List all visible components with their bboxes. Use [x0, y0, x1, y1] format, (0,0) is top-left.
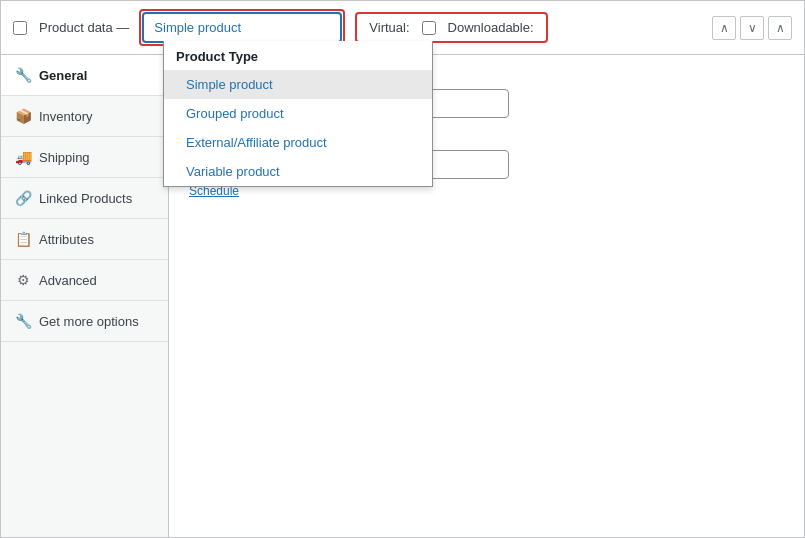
sidebar-item-inventory[interactable]: 📦 Inventory	[1, 96, 168, 137]
sidebar-item-inventory-label: Inventory	[39, 109, 92, 124]
inventory-icon: 📦	[15, 108, 31, 124]
sidebar-item-attributes-label: Attributes	[39, 232, 94, 247]
shipping-icon: 🚚	[15, 149, 31, 165]
dropdown-header: Product Type	[164, 41, 432, 70]
sidebar-item-linked-products-label: Linked Products	[39, 191, 132, 206]
attributes-icon: 📋	[15, 231, 31, 247]
product-type-select[interactable]: Simple product Grouped product External/…	[142, 12, 342, 43]
sidebar-item-advanced[interactable]: ⚙ Advanced	[1, 260, 168, 301]
virtual-checkbox[interactable]	[422, 21, 436, 35]
sidebar: 🔧 General 📦 Inventory 🚚 Shipping 🔗 Linke…	[1, 55, 169, 538]
header-actions: ∧ ∨ ∧	[712, 16, 792, 40]
virtual-label: Virtual:	[369, 20, 409, 35]
sidebar-item-general[interactable]: 🔧 General	[1, 55, 168, 96]
sidebar-item-advanced-label: Advanced	[39, 273, 97, 288]
scroll-down-button[interactable]: ∨	[740, 16, 764, 40]
sidebar-item-attributes[interactable]: 📋 Attributes	[1, 219, 168, 260]
product-type-select-wrapper: Simple product Grouped product External/…	[142, 12, 342, 43]
sidebar-item-linked-products[interactable]: 🔗 Linked Products	[1, 178, 168, 219]
product-data-panel: Product data — Simple product Grouped pr…	[0, 0, 805, 538]
advanced-icon: ⚙	[15, 272, 31, 288]
dropdown-item-grouped[interactable]: Grouped product	[164, 99, 432, 128]
general-icon: 🔧	[15, 67, 31, 83]
sidebar-item-get-more-options[interactable]: 🔧 Get more options	[1, 301, 168, 342]
downloadable-label: Downloadable:	[448, 20, 534, 35]
header-checkbox[interactable]	[13, 21, 27, 35]
sidebar-item-shipping-label: Shipping	[39, 150, 90, 165]
product-data-label: Product data —	[39, 20, 129, 35]
dropdown-item-external[interactable]: External/Affiliate product	[164, 128, 432, 157]
dropdown-item-variable[interactable]: Variable product	[164, 157, 432, 186]
sidebar-item-get-more-options-label: Get more options	[39, 314, 139, 329]
virtual-downloadable-group: Virtual: Downloadable:	[355, 12, 547, 43]
sidebar-item-general-label: General	[39, 68, 87, 83]
get-more-options-icon: 🔧	[15, 313, 31, 329]
product-type-dropdown: Product Type Simple product Grouped prod…	[163, 41, 433, 187]
sidebar-item-shipping[interactable]: 🚚 Shipping	[1, 137, 168, 178]
collapse-button[interactable]: ∧	[768, 16, 792, 40]
linked-products-icon: 🔗	[15, 190, 31, 206]
dropdown-item-simple[interactable]: Simple product	[164, 70, 432, 99]
scroll-up-button[interactable]: ∧	[712, 16, 736, 40]
